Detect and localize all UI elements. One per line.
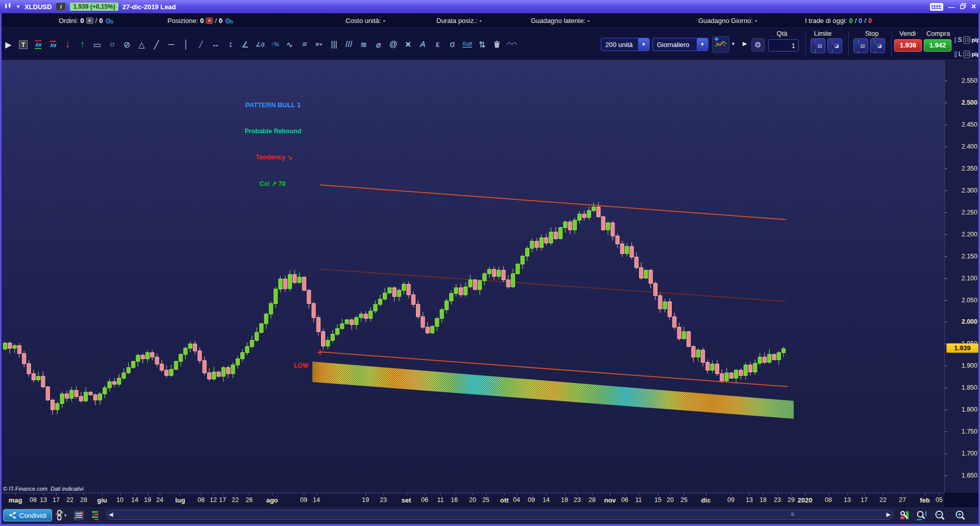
regression-channel-tool-icon[interactable]: ⇅ bbox=[475, 36, 489, 53]
zoom-in-icon bbox=[955, 510, 967, 521]
text-tool-icon[interactable]: T bbox=[16, 36, 31, 53]
date-tick: 14 bbox=[313, 496, 320, 504]
stop-checkbox[interactable] bbox=[954, 37, 956, 43]
trend-line-tool-icon[interactable]: ╱ bbox=[149, 36, 164, 53]
limit-pip-value[interactable]: 10 bbox=[963, 51, 970, 58]
minimize-button[interactable]: — bbox=[948, 3, 955, 11]
orders-report-button[interactable] bbox=[71, 509, 86, 522]
annotation: Tendency ↘ bbox=[256, 154, 292, 161]
timeframe-dropdown[interactable]: Giornaliero ▼ bbox=[652, 38, 708, 51]
angle-alpha-tool-icon[interactable]: ∠α bbox=[253, 36, 267, 53]
date-tick: 09 bbox=[727, 496, 734, 504]
date-tick: 06 bbox=[621, 496, 628, 504]
sigma-channel-tool-icon[interactable]: σ bbox=[445, 36, 460, 53]
slanted-ellipse-tool-icon[interactable]: ⌀ bbox=[371, 36, 386, 53]
arrow-up-tool-icon[interactable]: ↑ bbox=[75, 36, 90, 53]
stat-costounità: Costo unità:- bbox=[346, 13, 385, 28]
crossed-ellipse-tool-icon[interactable]: ⊘ bbox=[119, 36, 134, 53]
restore-button[interactable] bbox=[960, 3, 966, 11]
hatched-channel-tool-icon[interactable]: ≋ bbox=[356, 36, 371, 53]
link-charts-button[interactable]: ▼ bbox=[54, 509, 68, 522]
sell-button[interactable]: 1.936 bbox=[894, 39, 922, 52]
limit-order-button-2[interactable]: ↓↑◪ bbox=[827, 38, 842, 53]
scrollbar-thumb-grip[interactable]: ≡ bbox=[791, 511, 794, 518]
stat-guadagnogiorno: Guadagno Giorno:- bbox=[698, 13, 757, 28]
cancel-icon[interactable]: × bbox=[206, 17, 213, 24]
zigzag-bull-pattern-tool-icon[interactable]: ∧∨ bbox=[31, 36, 45, 53]
arcs-tool-icon[interactable]: ◠◠ bbox=[504, 36, 519, 53]
indicator-dropdown-caret[interactable]: ▼ bbox=[731, 41, 736, 46]
vertical-line-tool-icon[interactable]: │ bbox=[179, 36, 193, 53]
percent-variation-tool-icon[interactable]: ↑% bbox=[267, 36, 282, 53]
stop-pip-value[interactable]: 10 bbox=[963, 36, 970, 44]
limit-order-button-1[interactable]: ↓↑▤ bbox=[811, 38, 825, 53]
limit-checkbox[interactable] bbox=[954, 51, 957, 58]
chart-scrollbar[interactable]: ◀ ≡ ▶ bbox=[106, 510, 893, 520]
scroll-left-arrow[interactable]: ◀ bbox=[109, 511, 113, 518]
share-button[interactable]: Condividi bbox=[3, 509, 52, 521]
forecast-tool-icon[interactable]: ∿ bbox=[282, 36, 297, 53]
price-axis[interactable]: 2.5502.5002.4502.4002.3502.3002.2502.200… bbox=[944, 60, 980, 493]
price-tick: 1.750 bbox=[962, 428, 977, 435]
annotation: LOW bbox=[294, 362, 309, 369]
fibonacci-expansion-tool-icon[interactable]: ≡+ bbox=[312, 36, 327, 53]
price-tick: 1.900 bbox=[962, 362, 977, 369]
price-change-chip: 1.939 (+0,15%) bbox=[70, 3, 118, 11]
gear-icon[interactable]: ⚙⚙ bbox=[105, 17, 112, 25]
annotation: Cci ↗ 78 bbox=[260, 180, 286, 187]
positions-list-button[interactable] bbox=[89, 509, 103, 522]
keyboard-icon[interactable] bbox=[930, 3, 943, 11]
date-tick: 05 bbox=[936, 496, 943, 504]
vertical-segment-tool-icon[interactable]: ↕ bbox=[223, 36, 238, 53]
price-chart[interactable]: PATTERN BULL 1Probable ReboundTendency ↘… bbox=[0, 60, 944, 493]
info-icon[interactable]: i bbox=[56, 3, 66, 11]
triangle-tool-icon[interactable]: △ bbox=[134, 36, 149, 53]
symbol-dropdown-caret[interactable]: ▼ bbox=[16, 4, 20, 9]
date-axis[interactable]: mag0813172228giu10141924lug0812172226ago… bbox=[0, 493, 944, 507]
raff-channel-tool-icon[interactable]: Raff bbox=[460, 36, 475, 53]
buy-button[interactable]: 1.942 bbox=[924, 39, 951, 52]
price-tick: 2.200 bbox=[962, 231, 977, 238]
units-dropdown[interactable]: 200 unità ▼ bbox=[601, 38, 650, 51]
rectangle-tool-icon[interactable]: ▭ bbox=[90, 36, 105, 53]
add-indicator-button[interactable] bbox=[712, 36, 729, 53]
date-tick: 15 bbox=[654, 496, 662, 504]
cancel-icon[interactable]: × bbox=[86, 17, 93, 24]
close-button[interactable]: × bbox=[971, 2, 976, 11]
spiral-tool-icon[interactable]: @ bbox=[386, 36, 401, 53]
ellipse-tool-icon[interactable]: ○ bbox=[105, 36, 119, 53]
delete-tool-icon[interactable] bbox=[489, 36, 504, 53]
gear-icon[interactable]: ⚙⚙ bbox=[225, 17, 232, 25]
order-settings-wrench-icon[interactable]: ⚙ bbox=[751, 38, 765, 52]
chart-settings-button[interactable] bbox=[897, 509, 912, 522]
epsilon-channel-tool-icon[interactable]: ε bbox=[430, 36, 445, 53]
zoom-out-button[interactable] bbox=[933, 509, 947, 522]
zoom-in-button[interactable] bbox=[953, 509, 968, 522]
date-tick: 04 bbox=[513, 496, 520, 504]
horizontal-line-tool-icon[interactable]: ─ bbox=[164, 36, 179, 53]
pointer-tool-icon[interactable]: ▶ bbox=[1, 36, 16, 53]
andrews-pitchfork-tool-icon[interactable]: A bbox=[415, 36, 430, 53]
angle-tool-icon[interactable]: ∠ bbox=[238, 36, 253, 53]
zoom-area-button[interactable] bbox=[915, 509, 929, 522]
time-lines-tool-icon[interactable]: ||| bbox=[327, 36, 341, 53]
date-tick: 18 bbox=[760, 496, 767, 504]
arrow-down-tool-icon[interactable]: ↓ bbox=[60, 36, 75, 53]
expand-arrow-icon[interactable]: ▶ bbox=[743, 40, 747, 47]
parallel-lines-tool-icon[interactable]: /// bbox=[341, 36, 356, 53]
stop-order-button-2[interactable]: ↑↓◪ bbox=[870, 38, 885, 53]
zigzag-bear-pattern-tool-icon[interactable]: ∧∨ bbox=[45, 36, 60, 53]
date-tick: 20 bbox=[469, 496, 476, 504]
stop-order-button-1[interactable]: ↑↓▤ bbox=[853, 38, 868, 53]
scroll-right-arrow[interactable]: ▶ bbox=[887, 511, 891, 518]
zoom-out-icon bbox=[935, 510, 946, 521]
annotation: Probable Rebound bbox=[244, 128, 301, 135]
quantity-input[interactable] bbox=[768, 39, 799, 52]
horizontal-segment-tool-icon[interactable]: ↔ bbox=[208, 36, 223, 53]
price-tick: 2.400 bbox=[962, 143, 977, 150]
fibonacci-retracement-tool-icon[interactable]: ≡ bbox=[297, 36, 312, 53]
segment-tool-icon[interactable]: ╱ bbox=[193, 36, 208, 53]
cycle-cross-tool-icon[interactable]: × bbox=[401, 36, 415, 53]
date-tick: 17 bbox=[53, 496, 60, 504]
trading-window: { "window": { "symbol": "XLDUSD", "price… bbox=[0, 0, 980, 526]
